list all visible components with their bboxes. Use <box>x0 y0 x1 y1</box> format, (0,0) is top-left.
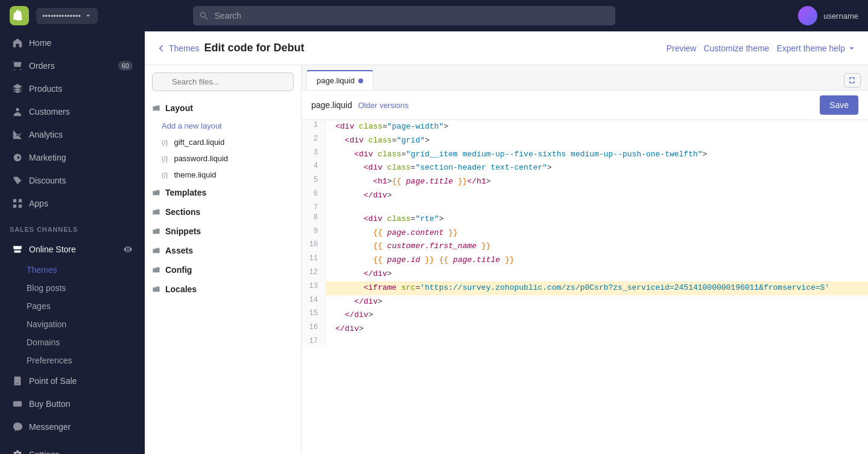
store-selector[interactable]: •••••••••••••• <box>36 8 98 24</box>
line-content: </div> <box>326 267 402 281</box>
code-line: 7 <box>302 203 868 213</box>
sidebar-sub-blog-posts[interactable]: Blog posts <box>0 279 145 297</box>
sidebar: Home Orders 60 Products Customers Analyt… <box>0 31 145 454</box>
topbar: •••••••••••••• username <box>0 0 868 31</box>
back-to-themes[interactable]: Themes <box>157 43 200 53</box>
sidebar-item-analytics[interactable]: Analytics <box>2 123 142 146</box>
line-content: </div> <box>326 309 382 322</box>
folder-icon <box>152 246 160 255</box>
preview-button[interactable]: Preview <box>667 43 697 53</box>
locales-section-header[interactable]: Locales <box>145 280 301 299</box>
sections-section-header[interactable]: Sections <box>145 202 301 222</box>
sidebar-item-label: Analytics <box>29 130 63 139</box>
line-content: <div class="grid__item medium-up--five-s… <box>326 148 717 162</box>
sidebar-item-point-of-sale[interactable]: Point of Sale <box>2 369 142 392</box>
code-line: 6 </div> <box>302 189 868 203</box>
products-icon <box>12 83 23 94</box>
sidebar-sub-domains[interactable]: Domains <box>0 333 145 351</box>
folder-icon <box>152 227 160 235</box>
sidebar-item-label: Buy Button <box>29 399 71 409</box>
line-content: </div> <box>326 189 402 203</box>
sidebar-item-label: Home <box>29 38 51 48</box>
sidebar-item-products[interactable]: Products <box>2 77 142 100</box>
config-section-header[interactable]: Config <box>145 260 301 280</box>
save-button[interactable]: Save <box>820 95 858 115</box>
sidebar-sub-navigation[interactable]: Navigation <box>0 315 145 333</box>
line-number: 10 <box>302 240 326 254</box>
layout-section-header[interactable]: Layout <box>145 98 301 118</box>
code-line: 13 <iframe src='https://survey.zohopubli… <box>302 281 868 295</box>
home-icon <box>12 37 23 48</box>
sidebar-item-settings[interactable]: Settings <box>2 443 142 454</box>
code-panel: page.liquid page.liquid Older versions <box>302 65 868 454</box>
sidebar-item-orders[interactable]: Orders 60 <box>2 54 142 77</box>
sidebar-item-apps[interactable]: Apps <box>2 192 142 215</box>
code-line: 16</div> <box>302 322 868 336</box>
line-number: 6 <box>302 189 326 203</box>
sidebar-item-marketing[interactable]: Marketing <box>2 146 142 169</box>
add-new-layout-link[interactable]: Add a new layout <box>145 118 301 134</box>
marketing-icon <box>12 152 23 163</box>
orders-icon <box>12 60 23 71</box>
file-search <box>145 72 301 98</box>
sidebar-item-buy-button[interactable]: Buy Button <box>2 392 142 415</box>
sidebar-item-label: Orders <box>29 61 55 71</box>
sidebar-sub-preferences[interactable]: Preferences <box>0 351 145 369</box>
sidebar-item-label: Discounts <box>29 176 66 185</box>
sidebar-item-online-store[interactable]: Online Store <box>2 238 142 261</box>
expand-editor-button[interactable] <box>844 73 861 88</box>
line-number: 12 <box>302 267 326 281</box>
line-content: {{ page.id }} {{ page.title }} <box>326 254 524 267</box>
buy-button-icon <box>12 398 23 409</box>
folder-icon <box>152 285 160 293</box>
svg-rect-1 <box>19 199 22 202</box>
line-content: <iframe src='https://survey.zohopublic.c… <box>326 281 839 295</box>
search-input[interactable] <box>193 6 615 25</box>
page-liquid-tab[interactable]: page.liquid <box>306 70 373 90</box>
code-line: 17 <box>302 336 868 346</box>
assets-section-header[interactable]: Assets <box>145 241 301 260</box>
sidebar-item-label: Settings <box>29 450 60 454</box>
line-number: 9 <box>302 226 326 240</box>
older-versions-link[interactable]: Older versions <box>358 101 409 110</box>
sidebar-sub-pages[interactable]: Pages <box>0 297 145 315</box>
sidebar-item-messenger[interactable]: Messenger <box>2 415 142 438</box>
code-line: 4 <div class="section-header text-center… <box>302 161 868 175</box>
code-line: 10 {{ customer.first_name }} <box>302 240 868 254</box>
search-bar <box>193 6 615 25</box>
snippets-section-header[interactable]: Snippets <box>145 222 301 241</box>
code-line: 5 <h1>{{ page.title }}</h1> <box>302 175 868 189</box>
line-content: <div class="page-width"> <box>326 120 458 134</box>
pos-icon <box>12 376 23 386</box>
page-title: Edit code for Debut <box>204 42 305 54</box>
svg-rect-3 <box>19 205 22 208</box>
expand-icon <box>848 76 857 85</box>
line-number: 1 <box>302 120 326 134</box>
code-line: 9 {{ page.content }} <box>302 226 868 240</box>
customize-theme-button[interactable]: Customize theme <box>703 43 769 53</box>
file-item-gift-card[interactable]: {/} gift_card.liquid <box>145 134 301 150</box>
file-item-password[interactable]: {/} password.liquid <box>145 150 301 167</box>
sidebar-item-customers[interactable]: Customers <box>2 100 142 123</box>
store-name-text: •••••••••••••• <box>42 11 81 21</box>
line-content: <div class="grid"> <box>326 134 439 148</box>
file-item-theme[interactable]: {/} theme.liquid <box>145 167 301 183</box>
svg-rect-0 <box>13 199 16 202</box>
sidebar-item-discounts[interactable]: Discounts <box>2 169 142 192</box>
settings-icon <box>12 449 23 454</box>
line-content: <div class="section-header text-center"> <box>326 161 562 175</box>
templates-section-header[interactable]: Templates <box>145 183 301 202</box>
search-files-input[interactable] <box>152 72 294 91</box>
sidebar-item-home[interactable]: Home <box>2 31 142 54</box>
add-channel-icon[interactable] <box>125 225 135 234</box>
folder-icon <box>152 266 160 274</box>
svg-rect-2 <box>13 205 16 208</box>
online-store-icon <box>12 244 23 255</box>
sidebar-sub-themes[interactable]: Themes <box>0 261 145 279</box>
username-label: username <box>823 11 858 21</box>
avatar[interactable] <box>798 6 817 25</box>
content-area: Themes Edit code for Debut Preview Custo… <box>145 31 868 454</box>
expert-help-button[interactable]: Expert theme help <box>776 43 856 53</box>
line-number: 8 <box>302 213 326 226</box>
code-editor[interactable]: 1<div class="page-width">2 <div class="g… <box>302 120 868 454</box>
